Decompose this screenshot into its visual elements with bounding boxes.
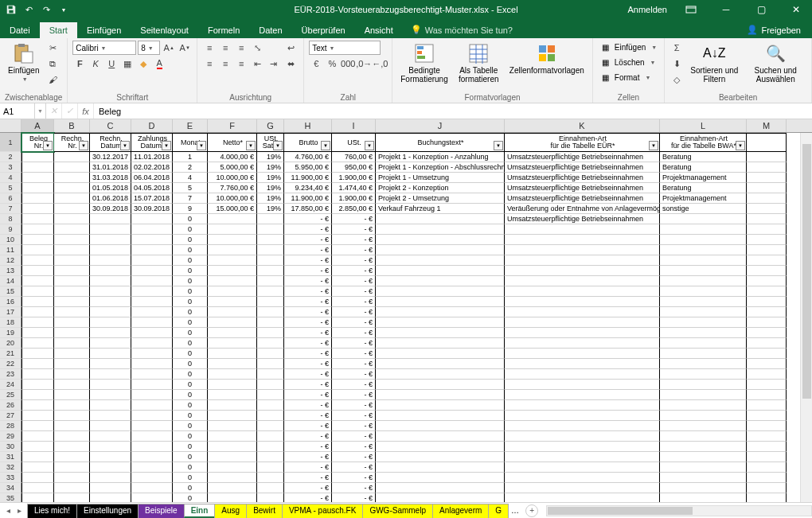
row-header-20[interactable]: 20 xyxy=(0,338,21,349)
cell[interactable] xyxy=(505,307,660,317)
cell[interactable] xyxy=(131,442,173,452)
cell[interactable]: 0 xyxy=(173,483,208,493)
cell[interactable] xyxy=(90,400,131,411)
cell[interactable] xyxy=(21,266,54,276)
cell[interactable] xyxy=(660,349,747,359)
table-header[interactable]: Einnahmen-Art für die Tabelle EÜR*▼ xyxy=(505,133,660,152)
row-header-30[interactable]: 30 xyxy=(0,442,21,452)
cell[interactable]: - € xyxy=(284,473,332,483)
share-button[interactable]: 👤 Freigeben xyxy=(736,21,812,38)
cell[interactable] xyxy=(747,390,787,400)
cell[interactable]: - € xyxy=(284,307,332,317)
sheet-tab[interactable]: Ausg xyxy=(214,504,247,518)
cell[interactable] xyxy=(21,483,54,493)
cell[interactable] xyxy=(54,183,90,193)
cell[interactable] xyxy=(747,317,787,328)
cell[interactable] xyxy=(54,359,90,369)
cell[interactable] xyxy=(747,286,787,297)
cell[interactable]: - € xyxy=(284,276,332,286)
cell[interactable]: - € xyxy=(284,400,332,411)
cell[interactable]: 5.000,00 € xyxy=(208,162,257,173)
sheet-tab[interactable]: Bewirt xyxy=(246,504,283,518)
cell[interactable] xyxy=(505,338,660,349)
select-all-corner[interactable] xyxy=(0,119,21,132)
cell[interactable]: - € xyxy=(284,328,332,338)
cell[interactable] xyxy=(747,338,787,349)
col-header-L[interactable]: L xyxy=(660,119,747,132)
cell[interactable]: - € xyxy=(284,369,332,380)
cell[interactable]: 1.474,40 € xyxy=(332,183,376,193)
cell[interactable] xyxy=(131,224,173,235)
cell[interactable] xyxy=(505,255,660,266)
cell[interactable] xyxy=(21,462,54,473)
cell[interactable] xyxy=(376,380,505,390)
cell[interactable] xyxy=(505,400,660,411)
percent-icon[interactable]: % xyxy=(325,56,339,71)
cell[interactable]: - € xyxy=(332,224,376,235)
cell[interactable] xyxy=(747,473,787,483)
cancel-fx-icon[interactable]: ✕ xyxy=(46,103,62,119)
cell[interactable]: - € xyxy=(284,214,332,224)
cell[interactable] xyxy=(505,493,660,502)
row-header-13[interactable]: 13 xyxy=(0,266,21,276)
cell[interactable]: - € xyxy=(284,390,332,400)
row-header-1[interactable]: 1 xyxy=(0,133,21,152)
cell[interactable] xyxy=(208,421,257,431)
cell[interactable] xyxy=(21,276,54,286)
cell[interactable]: - € xyxy=(284,442,332,452)
font-size-combo[interactable]: 8▼ xyxy=(138,41,160,55)
cell[interactable] xyxy=(376,266,505,276)
cell[interactable] xyxy=(376,307,505,317)
cell[interactable]: 5.950,00 € xyxy=(284,162,332,173)
cell[interactable] xyxy=(90,411,131,421)
orientation-icon[interactable]: ⤡ xyxy=(250,41,264,55)
cell[interactable] xyxy=(208,245,257,255)
cell[interactable] xyxy=(257,421,284,431)
col-header-J[interactable]: J xyxy=(376,119,505,132)
cell[interactable]: Umsatzsteuerpflichtige Betriebseinnahmen xyxy=(505,183,660,193)
cell[interactable]: - € xyxy=(332,411,376,421)
cell[interactable] xyxy=(376,297,505,307)
cell[interactable] xyxy=(131,328,173,338)
cell[interactable]: 0 xyxy=(173,235,208,245)
cell[interactable] xyxy=(21,380,54,390)
cell[interactable]: 11.900,00 € xyxy=(284,173,332,183)
insert-cells-button[interactable]: ▦Einfügen▼ xyxy=(598,41,659,54)
cell[interactable] xyxy=(208,473,257,483)
align-left-icon[interactable]: ≡ xyxy=(202,56,217,71)
cell[interactable] xyxy=(505,411,660,421)
cell[interactable] xyxy=(54,442,90,452)
cell[interactable] xyxy=(376,493,505,502)
cell[interactable] xyxy=(208,328,257,338)
cell[interactable] xyxy=(376,224,505,235)
cell[interactable]: 7 xyxy=(173,193,208,204)
cell[interactable]: - € xyxy=(284,462,332,473)
cell[interactable] xyxy=(376,421,505,431)
cell[interactable]: Umsatzsteuerpflichtige Betriebseinnahmen xyxy=(505,152,660,162)
cell[interactable]: Projekt 1 - Konzeption - Abschlussrechnu… xyxy=(376,162,505,173)
cell[interactable]: - € xyxy=(284,245,332,255)
col-header-A[interactable]: A xyxy=(21,119,54,132)
cell[interactable] xyxy=(376,317,505,328)
cell[interactable] xyxy=(257,317,284,328)
cell[interactable] xyxy=(376,452,505,462)
cell[interactable]: 0 xyxy=(173,317,208,328)
cell[interactable]: 0 xyxy=(173,255,208,266)
cell[interactable] xyxy=(90,380,131,390)
cell[interactable] xyxy=(131,493,173,502)
cell[interactable] xyxy=(54,193,90,204)
cell[interactable]: 0 xyxy=(173,493,208,502)
cell[interactable]: Projekt 2 - Konzeption xyxy=(376,183,505,193)
name-box[interactable]: A1 xyxy=(0,103,35,119)
cell[interactable] xyxy=(90,224,131,235)
tab-file[interactable]: Datei xyxy=(0,22,40,38)
cell[interactable] xyxy=(747,349,787,359)
cell[interactable] xyxy=(747,369,787,380)
cell[interactable] xyxy=(54,380,90,390)
cell[interactable] xyxy=(747,400,787,411)
row-header-6[interactable]: 6 xyxy=(0,193,21,204)
cell[interactable]: 0 xyxy=(173,307,208,317)
row-header-27[interactable]: 27 xyxy=(0,411,21,421)
cell[interactable] xyxy=(90,349,131,359)
cell[interactable]: Projektmanagement xyxy=(660,173,747,183)
